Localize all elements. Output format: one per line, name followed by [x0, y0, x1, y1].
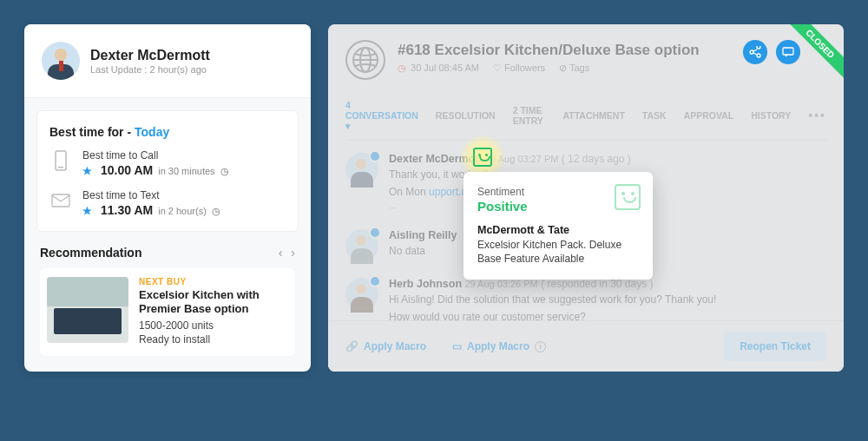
info-icon: i [535, 341, 546, 352]
best-time-label: Best time to Call [82, 149, 229, 161]
reco-tag: NEXT BUY [139, 277, 288, 286]
chat-icon[interactable] [776, 40, 800, 64]
avatar [345, 229, 378, 262]
star-icon: ★ [82, 165, 92, 177]
tabs-more[interactable]: ••• [808, 109, 826, 122]
apply-macro-button[interactable]: 🔗Apply Macro [345, 340, 426, 352]
contact-avatar [42, 42, 80, 80]
globe-icon [345, 40, 385, 80]
clock-icon: ◷ [220, 166, 229, 177]
star-icon: ★ [82, 205, 92, 217]
tags-link[interactable]: ⊘ Tags [559, 63, 589, 74]
sentiment-desc: Excelsior Kitchen Pack. Deluxe Base Feat… [477, 238, 639, 266]
tab-approval[interactable]: APPROVAL [684, 110, 734, 121]
ticket-footer: 🔗Apply Macro ▭Apply Macro i Reopen Ticke… [328, 320, 844, 372]
reco-card[interactable]: NEXT BUY Excelsior Kitchen with Premier … [40, 268, 295, 356]
tab-task[interactable]: TASK [642, 110, 667, 121]
tab-attachment[interactable]: ATTACHMENT [562, 110, 624, 121]
apply-macro-template-button[interactable]: ▭Apply Macro i [452, 340, 546, 352]
best-time-card: Best time for - Today Best time to Call … [36, 110, 299, 232]
reco-next[interactable]: › [291, 246, 295, 260]
ticket-tabs: 4 CONVERSATION ▾ RESOLUTION 2 TIME ENTRY… [345, 88, 826, 141]
reopen-ticket-button[interactable]: Reopen Ticket [724, 332, 826, 361]
share-icon[interactable] [743, 40, 767, 64]
reco-heading: Recommendation [40, 246, 141, 260]
sentiment-company: McDermott & Tate [477, 224, 639, 236]
best-time-label: Best time to Text [82, 189, 220, 201]
clock-icon: ◷ [212, 206, 220, 217]
template-icon: ▭ [452, 340, 462, 352]
phone-icon [49, 149, 72, 172]
avatar [345, 278, 378, 311]
contact-name: Dexter McDermott [90, 48, 210, 63]
svg-rect-2 [52, 194, 69, 207]
conv-item: Herb Johnson 29 Aug 03:26 PM ( responded… [345, 278, 826, 325]
reco-status: Ready to install [139, 332, 288, 347]
avatar [345, 153, 378, 186]
tab-time-entry[interactable]: 2 TIME ENTRY [513, 105, 546, 126]
followers-link[interactable]: ♡ Followers [493, 63, 545, 74]
smile-icon [615, 184, 641, 210]
sentiment-popover: Sentiment Positive McDermott & Tate Exce… [464, 172, 653, 280]
reco-thumb [47, 277, 128, 343]
reco-title: Excelsior Kitchen with Premier Base opti… [139, 288, 288, 317]
best-time-text: Best time to Text ★11.30 AMin 2 hour(s)◷ [49, 189, 286, 217]
svg-rect-1 [58, 167, 63, 168]
contact-panel: Dexter McDermott Last Update : 2 hour(s)… [24, 24, 311, 372]
best-time-call: Best time to Call ★10.00 AMin 30 minutes… [49, 149, 286, 177]
contact-last-update: Last Update : 2 hour(s) ago [90, 64, 210, 75]
link-icon: 🔗 [345, 340, 358, 352]
smile-icon [473, 148, 492, 167]
reco-qty: 1500-2000 units [139, 319, 288, 333]
tab-history[interactable]: HISTORY [751, 110, 791, 121]
reco-prev[interactable]: ‹ [279, 246, 283, 260]
clock-red-icon: ◷ [398, 63, 406, 73]
contact-header: Dexter McDermott Last Update : 2 hour(s)… [24, 24, 311, 98]
envelope-icon [49, 189, 72, 212]
tab-conversation[interactable]: 4 CONVERSATION ▾ [345, 100, 418, 131]
best-time-title: Best time for - Today [49, 125, 286, 139]
tab-resolution[interactable]: RESOLUTION [436, 110, 496, 121]
svg-rect-3 [783, 48, 793, 55]
